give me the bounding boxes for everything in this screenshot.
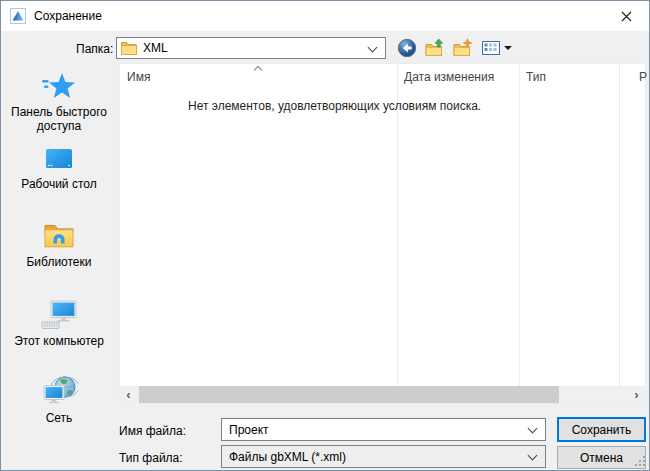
scroll-left-icon: ‹ <box>126 386 130 403</box>
title-bar: Сохранение <box>1 1 649 31</box>
new-folder-icon <box>453 38 473 58</box>
resize-grip[interactable] <box>633 454 646 467</box>
sidebar-item-label: Панель быстрого доступа <box>6 105 112 133</box>
app-icon <box>10 8 26 24</box>
filetype-dropdown[interactable]: Файлы gbXML (*.xml) <box>221 445 546 468</box>
close-icon <box>621 11 632 22</box>
save-dialog-window: Сохранение Папка: XML <box>0 0 650 471</box>
sidebar-item-this-pc[interactable]: Этот компьютер <box>6 300 112 348</box>
sidebar-item-label: Этот компьютер <box>14 334 104 348</box>
libraries-icon <box>41 221 77 251</box>
places-sidebar: Панель быстрого доступа Рабочий стол Биб… <box>3 63 115 419</box>
folder-dropdown[interactable]: XML <box>116 37 386 59</box>
scroll-right-icon: › <box>634 386 638 403</box>
save-button[interactable]: Сохранить <box>557 417 646 442</box>
column-header-date-modified[interactable]: Дата изменения <box>397 64 519 88</box>
sidebar-item-label: Библиотеки <box>26 255 91 269</box>
filename-combobox[interactable] <box>221 418 546 441</box>
list-header: Имя Дата изменения Тип Р <box>120 64 645 88</box>
cancel-button-label: Отмена <box>580 451 623 465</box>
filename-label: Имя файла: <box>119 424 186 438</box>
scrollbar-thumb[interactable] <box>139 386 559 403</box>
column-separator <box>519 64 520 403</box>
close-button[interactable] <box>604 1 649 31</box>
chevron-down-icon <box>528 424 538 434</box>
dialog-toolbar <box>397 37 512 59</box>
quick-access-icon <box>41 71 77 101</box>
filetype-value: Файлы gbXML (*.xml) <box>229 450 346 464</box>
window-title: Сохранение <box>34 9 102 23</box>
column-separator <box>397 64 398 403</box>
new-folder-button[interactable] <box>453 37 473 59</box>
column-header-size-clipped[interactable]: Р <box>639 70 647 84</box>
folder-label: Папка: <box>76 42 113 56</box>
chevron-down-icon <box>368 43 378 53</box>
sidebar-item-libraries[interactable]: Библиотеки <box>6 221 112 269</box>
file-list[interactable]: Имя Дата изменения Тип Р Нет элементов, … <box>119 63 646 404</box>
save-button-label: Сохранить <box>572 423 632 437</box>
filename-input[interactable] <box>222 423 512 437</box>
column-separator <box>619 64 620 403</box>
scroll-left-button[interactable]: ‹ <box>120 386 137 403</box>
chevron-down-icon <box>528 451 538 461</box>
back-icon <box>397 38 417 58</box>
network-icon <box>40 375 78 407</box>
filetype-label: Тип файла: <box>119 451 183 465</box>
back-button[interactable] <box>397 37 417 59</box>
folder-dropdown-value: XML <box>143 41 168 55</box>
folder-icon <box>121 41 137 55</box>
sidebar-item-quick-access[interactable]: Панель быстрого доступа <box>6 71 112 133</box>
empty-folder-message: Нет элементов, удовлетворяющих условиям … <box>188 99 481 113</box>
sidebar-item-desktop[interactable]: Рабочий стол <box>6 147 112 191</box>
sidebar-item-network[interactable]: Сеть <box>6 375 112 425</box>
view-menu-icon <box>481 38 501 58</box>
view-menu-dropdown-icon <box>504 46 512 50</box>
scroll-right-button[interactable]: › <box>628 386 645 403</box>
horizontal-scrollbar[interactable]: ‹ › <box>120 386 645 403</box>
desktop-icon <box>41 147 77 173</box>
column-header-type[interactable]: Тип <box>519 64 619 88</box>
this-pc-icon <box>40 300 78 330</box>
up-one-level-button[interactable] <box>425 37 445 59</box>
sidebar-item-label: Рабочий стол <box>21 177 96 191</box>
up-one-level-icon <box>425 38 445 58</box>
sidebar-item-label: Сеть <box>46 411 73 425</box>
view-menu-button[interactable] <box>481 37 512 59</box>
